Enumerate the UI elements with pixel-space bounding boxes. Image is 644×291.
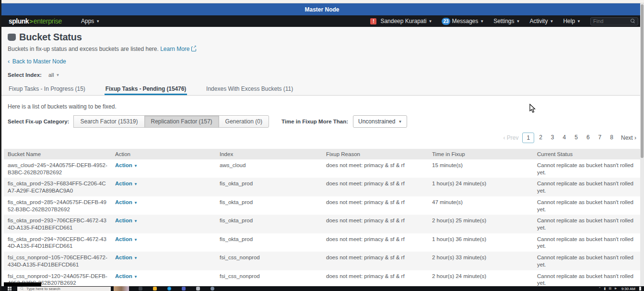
chevron-down-icon: ▼ <box>96 19 100 24</box>
panel-intro-text: Here is a list of buckets waiting to be … <box>0 96 644 110</box>
app-icon[interactable] <box>196 287 200 291</box>
clock[interactable]: 9:30 AM <box>621 287 635 291</box>
apps-menu-label: Apps <box>81 18 94 24</box>
splunk-logo[interactable]: splunk > enterprise <box>9 17 62 25</box>
user-menu[interactable]: ! Sandeep Kurapati ▼ <box>370 18 432 24</box>
search-icon <box>631 19 635 24</box>
row-action-dropdown[interactable]: Action ▼ <box>115 199 138 205</box>
cell-time-in-fixup: 2 hour(s) 33 minute(s) <box>428 252 533 263</box>
windows-taskbar: Type here to search ⌃ ▮ ⊞ 🕪 9:30 AM <box>0 286 644 291</box>
chevron-down-icon: ▼ <box>398 120 402 124</box>
cell-current-status: Cannot replicate as bucket hasn't rolled… <box>533 252 640 270</box>
next-page-button[interactable]: Next › <box>621 134 636 141</box>
messages-menu[interactable]: 23 Messages ▼ <box>442 18 484 25</box>
cell-time-in-fixup: 2 hour(s) 24 minute(s) <box>428 270 533 282</box>
cell-time-in-fixup: 1 hour(s) 24 minute(s) <box>428 178 533 189</box>
cell-bucket-name: fis_okta_prod~285~24A0575F-DEFB-4952-B3B… <box>4 196 111 215</box>
page-number-button[interactable]: 8 <box>606 133 617 143</box>
file-explorer-icon[interactable] <box>153 287 157 291</box>
page-number-button[interactable]: 3 <box>547 133 558 143</box>
row-action-dropdown[interactable]: Action ▼ <box>115 218 138 223</box>
prev-page-button[interactable]: ‹ Prev <box>503 134 518 141</box>
cell-index: fis_okta_prod <box>216 178 322 189</box>
page-number-button[interactable]: 7 <box>595 133 606 143</box>
logo-gt-text: > <box>29 18 33 25</box>
task-view-icon[interactable] <box>139 287 142 291</box>
fixup-category-button[interactable]: Search Factor (15319) <box>73 115 144 128</box>
column-current-status: Current Status <box>533 149 640 159</box>
page-number-button[interactable]: 6 <box>583 133 594 143</box>
cell-bucket-name: fis_okta_prod~293~706CEFBC-4672-434D-A13… <box>4 215 111 233</box>
find-search-input[interactable] <box>593 18 631 24</box>
page-scrollbar[interactable] <box>640 3 644 286</box>
cell-time-in-fixup: 15 minute(s) <box>428 159 533 171</box>
cell-time-in-fixup: 2 hour(s) 25 minute(s) <box>428 215 533 226</box>
activity-menu[interactable]: Activity ▼ <box>529 18 553 24</box>
table-header-row: Bucket Name Action Index Fixup Reason Ti… <box>4 149 640 159</box>
page-description: Buckets in fix-up status and excess buck… <box>8 46 636 52</box>
page-number-button[interactable]: 2 <box>535 133 546 143</box>
browser-chrome-sliver <box>0 0 644 3</box>
start-button-icon[interactable] <box>8 287 12 291</box>
fixup-category-group: Search Factor (15319)Replication Factor … <box>74 115 269 128</box>
learn-more-link[interactable]: Learn More <box>160 46 196 52</box>
chevron-down-icon: ▼ <box>134 201 138 205</box>
tab[interactable]: Indexes With Excess Buckets (11) <box>205 82 294 95</box>
tab[interactable]: Fixup Tasks - Pending (15476) <box>105 82 187 95</box>
help-menu[interactable]: Help ▼ <box>563 18 581 24</box>
page-number-button[interactable]: 1 <box>522 133 534 143</box>
page-number-button[interactable]: 4 <box>559 133 570 143</box>
cell-current-status: Cannot replicate as bucket hasn't rolled… <box>533 233 640 252</box>
select-index-dropdown[interactable]: all ▼ <box>48 72 59 78</box>
table-row: fsi_css_nonprod~105~706CEFBC-4672-434D-A… <box>4 252 640 270</box>
column-time-in-fixup: Time in Fixup <box>428 149 533 159</box>
table-body: aws_cloud~245~24A0575F-DEFB-4952-B3BC-26… <box>4 159 640 291</box>
row-action-dropdown[interactable]: Action ▼ <box>115 236 138 242</box>
time-filter-dropdown[interactable]: Unconstrained ▼ <box>353 115 407 128</box>
fixup-category-button[interactable]: Replication Factor (157) <box>144 115 219 128</box>
chevron-down-icon: ▼ <box>516 19 520 24</box>
column-action: Action <box>111 149 216 159</box>
cell-time-in-fixup: 1 hour(s) 36 minute(s) <box>428 233 533 245</box>
help-label: Help <box>563 18 575 24</box>
chevron-down-icon: ▼ <box>134 182 138 186</box>
cell-fixup-reason: does not meet: primacy & sf & rf <box>322 270 428 282</box>
show-desktop-button[interactable] <box>639 287 641 291</box>
taskbar-widget-thumbnail[interactable] <box>114 286 129 291</box>
page-number-button[interactable]: 5 <box>571 133 582 143</box>
row-action-dropdown[interactable]: Action ▼ <box>115 273 138 279</box>
scrollbar-thumb[interactable] <box>641 4 644 158</box>
taskbar-search-box[interactable]: Type here to search <box>17 287 111 291</box>
tab[interactable]: Fixup Tasks - In Progress (15) <box>8 82 86 95</box>
chevron-down-icon: ▼ <box>429 19 433 24</box>
cell-bucket-name: aws_cloud~245~24A0575F-DEFB-4952-B3BC-26… <box>4 159 111 178</box>
column-index: Index <box>216 149 322 159</box>
cell-current-status: Cannot replicate as bucket hasn't rolled… <box>533 196 640 215</box>
back-to-master-node-link[interactable]: ‹ Back to Master Node <box>8 58 66 65</box>
system-tray-icons[interactable]: ⌃ ▮ ⊞ 🕪 <box>598 287 618 291</box>
taskbar-search-placeholder: Type here to search <box>26 287 60 291</box>
pagination: ‹ Prev 12345678 Next › <box>0 128 644 147</box>
chevron-down-icon: ▼ <box>134 219 138 223</box>
chevron-down-icon: ▼ <box>134 238 138 242</box>
cell-index: fis_okta_prod <box>216 215 322 226</box>
teams-icon[interactable] <box>182 287 186 291</box>
cell-index: fsi_css_nonprod <box>216 252 322 263</box>
contacts-icon[interactable] <box>211 287 214 291</box>
row-action-dropdown[interactable]: Action ▼ <box>115 162 138 168</box>
row-action-dropdown[interactable]: Action ▼ <box>115 181 138 186</box>
chevron-down-icon: ▼ <box>550 19 553 24</box>
chevron-down-icon: ▼ <box>577 19 581 24</box>
column-fixup-reason: Fixup Reason <box>322 149 428 159</box>
settings-menu[interactable]: Settings ▼ <box>493 18 520 24</box>
fixup-category-button[interactable]: Generation (0) <box>219 115 269 128</box>
cell-current-status: Cannot replicate as bucket hasn't rolled… <box>533 178 640 196</box>
find-search-box[interactable] <box>590 17 638 25</box>
row-action-dropdown[interactable]: Action ▼ <box>115 255 138 260</box>
table-row: fis_okta_prod~253~F6834FF5-C206-4CA7-A29… <box>4 178 640 196</box>
edge-browser-icon[interactable] <box>167 287 171 291</box>
buckets-table: Bucket Name Action Index Fixup Reason Ti… <box>4 149 640 291</box>
fixup-category-label: Select Fix-up Category: <box>8 119 69 124</box>
apps-menu[interactable]: Apps ▼ <box>81 18 100 24</box>
chevron-down-icon: ▼ <box>134 275 138 279</box>
